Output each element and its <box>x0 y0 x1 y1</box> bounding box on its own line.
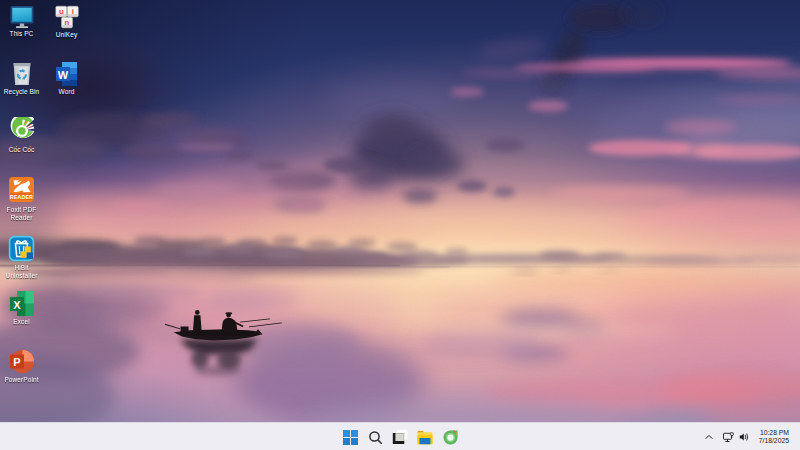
svg-text:W: W <box>57 69 68 81</box>
svg-text:X: X <box>13 299 21 311</box>
svg-text:P: P <box>13 356 20 368</box>
svg-text:n: n <box>64 18 69 27</box>
svg-text:i: i <box>71 7 73 16</box>
svg-text:READER: READER <box>10 194 33 200</box>
svg-text:u: u <box>58 7 63 16</box>
